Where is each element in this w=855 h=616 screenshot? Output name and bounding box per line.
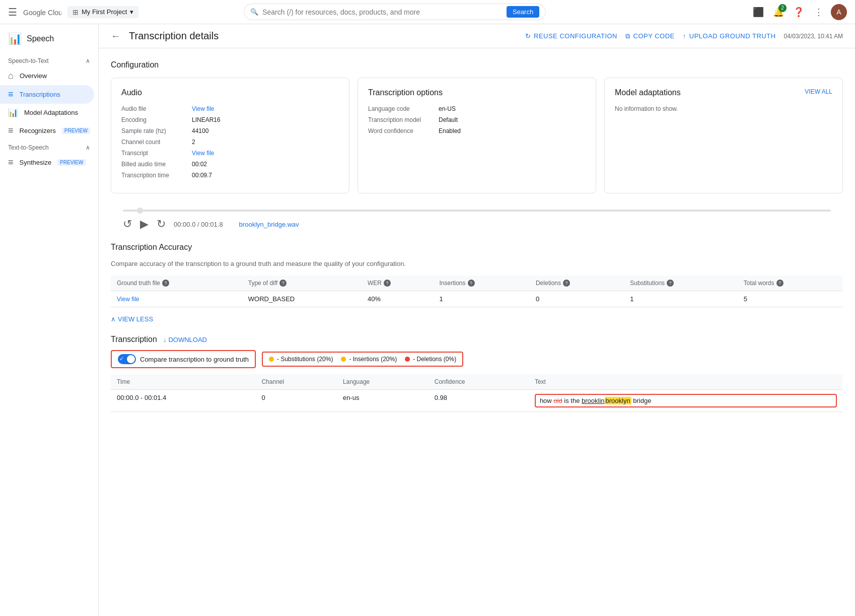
model-adapt-no-info: No information to show. bbox=[615, 105, 832, 112]
accuracy-description: Compare accuracy of the transcription to… bbox=[111, 260, 843, 267]
sidebar-item-model-adaptations[interactable]: 📊 Model Adaptations bbox=[0, 104, 94, 121]
transcription-header: Transcription ↓ DOWNLOAD bbox=[111, 335, 843, 344]
download-icon: ↓ bbox=[163, 336, 167, 344]
deletions-label: - Deletions (0%) bbox=[413, 356, 456, 363]
audio-filename[interactable]: brooklyn_bridge.wav bbox=[239, 221, 299, 228]
help-icon-deletions[interactable]: ? bbox=[563, 280, 570, 287]
trans-model-label: Transcription model bbox=[368, 116, 439, 123]
recognizers-preview-badge: PREVIEW bbox=[62, 127, 90, 134]
compare-toggle[interactable]: ✓ bbox=[118, 354, 136, 364]
copy-code-btn[interactable]: ⧉ COPY CODE bbox=[625, 32, 675, 40]
substitutions-dot bbox=[269, 357, 274, 362]
th-type-of-diff: Type of diff ? bbox=[242, 276, 362, 291]
search-input[interactable] bbox=[262, 8, 503, 16]
audio-controls: ↺ ▶ ↻ 00:00.0 / 00:01.8 brooklyn_bridge.… bbox=[123, 218, 831, 231]
sidebar-item-recognizers[interactable]: ≡ Recognizers PREVIEW bbox=[0, 121, 94, 140]
encoding-label: Encoding bbox=[121, 116, 192, 123]
upload-label: UPLOAD GROUND TRUTH bbox=[689, 32, 776, 40]
word-brooklin: brooklin bbox=[582, 397, 605, 404]
synthesize-icon: ≡ bbox=[8, 157, 14, 168]
options-btn[interactable]: ⋮ bbox=[811, 4, 827, 20]
help-icon-total-words[interactable]: ? bbox=[776, 280, 783, 287]
help-icon-wer[interactable]: ? bbox=[384, 280, 391, 287]
sidebar-section-tts-label: Text-to-Speech bbox=[8, 144, 49, 151]
sample-rate-row: Sample rate (hz) 44100 bbox=[121, 127, 339, 134]
transcriptions-icon: ≡ bbox=[8, 89, 14, 100]
toggle-check-icon: ✓ bbox=[119, 356, 124, 362]
transcription-options-card: Transcription options Language code en-U… bbox=[358, 78, 596, 193]
accuracy-section: Transcription Accuracy Compare accuracy … bbox=[111, 243, 843, 412]
audio-progress-bar[interactable] bbox=[123, 210, 831, 212]
th-language: Language bbox=[337, 374, 429, 390]
transcript-row: Transcript View file bbox=[121, 150, 339, 157]
th-wer: WER ? bbox=[362, 276, 434, 291]
channel-count-label: Channel count bbox=[121, 139, 192, 146]
trans-model-value: Default bbox=[439, 116, 458, 123]
sidebar-item-overview[interactable]: ⌂ Overview bbox=[0, 66, 94, 85]
sidebar-section-text-to-speech[interactable]: Text-to-Speech ∧ bbox=[0, 140, 98, 153]
audio-progress-thumb[interactable] bbox=[137, 208, 143, 214]
sidebar-item-label-transcriptions: Transcriptions bbox=[20, 91, 60, 98]
billed-audio-label: Billed audio time bbox=[121, 161, 192, 168]
transcription-time-row: Transcription time 00:09.7 bbox=[121, 172, 339, 179]
transcript-link[interactable]: View file bbox=[192, 150, 214, 157]
project-dropdown-icon: ▾ bbox=[130, 8, 133, 16]
help-icon-substitutions[interactable]: ? bbox=[667, 280, 674, 287]
toggle-knob bbox=[127, 355, 135, 363]
word-bridge: bridge bbox=[631, 397, 652, 404]
compare-toggle-label: Compare transcription to ground truth bbox=[140, 356, 249, 363]
view-less-label: VIEW LESS bbox=[118, 315, 153, 323]
transcription-title: Transcription bbox=[111, 335, 157, 344]
sidebar: 📊 Speech Speech-to-Text ∧ ⌂ Overview ≡ T… bbox=[0, 24, 99, 616]
ground-file-link[interactable]: View file bbox=[117, 296, 139, 303]
trans-options-title: Transcription options bbox=[368, 88, 586, 97]
search-button[interactable]: Search bbox=[507, 6, 539, 18]
channel-count-row: Channel count 2 bbox=[121, 139, 339, 146]
upload-ground-truth-btn[interactable]: ↑ UPLOAD GROUND TRUTH bbox=[683, 32, 776, 40]
channel-count-value: 2 bbox=[192, 139, 195, 146]
menu-icon[interactable]: ☰ bbox=[8, 6, 17, 18]
audio-file-link[interactable]: View file bbox=[192, 105, 214, 112]
speech-logo-icon: 📊 bbox=[8, 32, 22, 45]
project-nav-icon: ⊞ bbox=[73, 8, 79, 16]
reuse-configuration-btn[interactable]: ↻ REUSE CONFIGURATION bbox=[525, 32, 618, 40]
content-area: Configuration Audio Audio file View file… bbox=[99, 48, 855, 424]
reuse-config-icon: ↻ bbox=[525, 32, 531, 40]
deletions-dot bbox=[405, 357, 410, 362]
rewind-button[interactable]: ↺ bbox=[123, 218, 132, 231]
notifications-btn[interactable]: 🔔 2 bbox=[770, 4, 787, 20]
play-button[interactable]: ▶ bbox=[140, 218, 149, 231]
sidebar-item-transcriptions[interactable]: ≡ Transcriptions bbox=[0, 85, 94, 104]
word-is-the: is the bbox=[562, 397, 582, 404]
sidebar-section-chevron: ∧ bbox=[86, 57, 90, 64]
forward-button[interactable]: ↻ bbox=[157, 218, 166, 231]
substitutions-label: - Substitutions (20%) bbox=[277, 356, 333, 363]
help-icon-ground-file[interactable]: ? bbox=[162, 280, 169, 287]
sidebar-item-synthesize[interactable]: ≡ Synthesize PREVIEW bbox=[0, 153, 94, 172]
synthesize-preview-badge: PREVIEW bbox=[57, 159, 86, 166]
help-icon-insertions[interactable]: ? bbox=[468, 280, 475, 287]
sidebar-item-label-recognizers: Recognizers bbox=[20, 127, 56, 134]
transcription-table: Time Channel Language Confidence Text 00… bbox=[111, 374, 843, 412]
view-all-btn[interactable]: VIEW ALL bbox=[805, 88, 832, 95]
td-time: 00:00.0 - 00:01.4 bbox=[111, 390, 255, 412]
model-adaptations-card: Model adaptations VIEW ALL No informatio… bbox=[604, 78, 843, 193]
project-selector[interactable]: ⊞ My First Project ▾ bbox=[67, 6, 138, 18]
help-btn[interactable]: ❓ bbox=[791, 4, 807, 20]
text-cell: how old is the brooklinbrooklyn bridge bbox=[535, 394, 837, 407]
notification-badge: 2 bbox=[778, 4, 787, 12]
legend-deletions: - Deletions (0%) bbox=[405, 356, 456, 363]
terminal-icon-btn[interactable]: ⬛ bbox=[750, 4, 766, 20]
help-icon-type-diff[interactable]: ? bbox=[279, 280, 287, 287]
user-avatar[interactable]: A bbox=[831, 4, 847, 20]
download-button[interactable]: ↓ DOWNLOAD bbox=[163, 336, 207, 344]
back-button[interactable]: ← bbox=[111, 30, 121, 42]
sidebar-item-label-synthesize: Synthesize bbox=[20, 159, 52, 166]
accuracy-table-row: View file WORD_BASED 40% 1 0 1 5 bbox=[111, 291, 843, 307]
subheader-date: 04/03/2023, 10:41 AM bbox=[784, 33, 843, 40]
sidebar-section-speech-to-text[interactable]: Speech-to-Text ∧ bbox=[0, 53, 98, 66]
view-less-chevron: ∧ bbox=[111, 315, 116, 323]
view-less-button[interactable]: ∧ VIEW LESS bbox=[111, 311, 843, 327]
sample-rate-label: Sample rate (hz) bbox=[121, 127, 192, 134]
reuse-config-label: REUSE CONFIGURATION bbox=[534, 32, 617, 40]
